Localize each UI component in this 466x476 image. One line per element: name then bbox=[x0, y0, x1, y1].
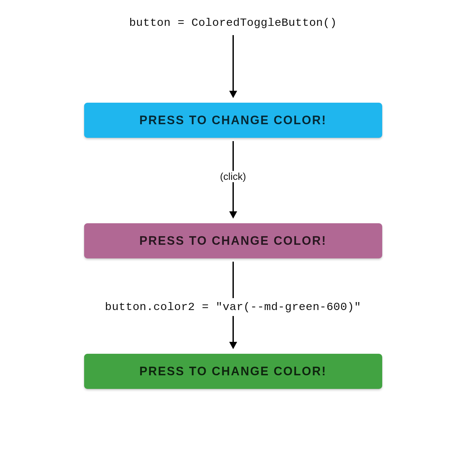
arrow-down-icon bbox=[227, 141, 240, 171]
svg-marker-4 bbox=[229, 211, 237, 219]
arrow-down-icon bbox=[227, 316, 240, 349]
svg-marker-7 bbox=[229, 342, 237, 349]
arrow-down-icon bbox=[227, 182, 240, 219]
arrow-down-icon bbox=[227, 262, 240, 298]
toggle-button-label: PRESS TO CHANGE COLOR! bbox=[139, 113, 327, 127]
code-line-1: button = ColoredToggleButton() bbox=[129, 17, 337, 29]
svg-marker-1 bbox=[229, 91, 237, 98]
toggle-button-state-2[interactable]: PRESS TO CHANGE COLOR! bbox=[84, 223, 382, 258]
click-annotation: (click) bbox=[220, 171, 246, 182]
toggle-button-state-3[interactable]: PRESS TO CHANGE COLOR! bbox=[84, 354, 382, 389]
arrow-down-icon bbox=[227, 35, 240, 98]
toggle-button-label: PRESS TO CHANGE COLOR! bbox=[139, 234, 327, 248]
toggle-button-state-1[interactable]: PRESS TO CHANGE COLOR! bbox=[84, 103, 382, 138]
diagram-stage: button = ColoredToggleButton() PRESS TO … bbox=[0, 0, 466, 476]
toggle-button-label: PRESS TO CHANGE COLOR! bbox=[139, 364, 327, 378]
code-line-2: button.color2 = "var(--md-green-600)" bbox=[105, 301, 361, 313]
